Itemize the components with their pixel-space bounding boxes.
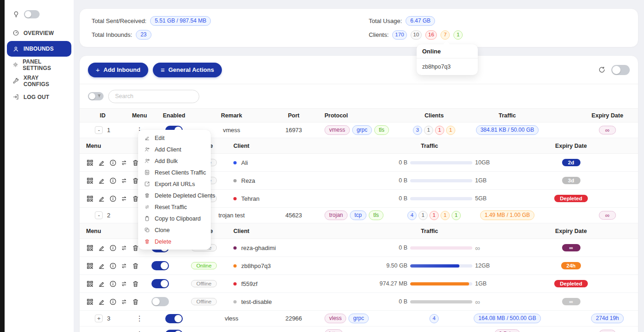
- reset-traffic-icon[interactable]: [120, 262, 128, 270]
- collapse-row-button[interactable]: -: [95, 211, 103, 219]
- online-status-badge: Offline: [191, 298, 216, 305]
- edit-icon[interactable]: [98, 298, 105, 306]
- inbound-enabled-toggle[interactable]: [165, 330, 183, 332]
- protocol-tags: vmess grpc tls: [319, 125, 411, 135]
- qrcode-icon[interactable]: [86, 298, 94, 306]
- traffic-progress-bar: [410, 282, 472, 285]
- menu-item-add-client[interactable]: Add Client: [138, 144, 211, 155]
- expand-row-button[interactable]: +: [95, 315, 103, 322]
- export-icon: [144, 181, 150, 187]
- edit-icon[interactable]: [98, 262, 105, 270]
- col-header-port: Port: [268, 112, 319, 119]
- client-row-f559zf: Offline f559zf 974.27 MB 1GB Depleted: [80, 275, 638, 293]
- online-client-name[interactable]: zb8hpo7q3: [417, 58, 478, 75]
- sidebar: OVERVIEW INBOUNDS PANEL SETTINGS XRAY CO…: [5, 0, 74, 332]
- clients-online-badge[interactable]: 1: [453, 30, 463, 40]
- inbound-port: 45623: [268, 212, 319, 219]
- user-plus-icon: [144, 146, 150, 152]
- trash-icon[interactable]: [132, 262, 139, 270]
- menu-item-add-bulk[interactable]: Add Bulk: [138, 155, 211, 167]
- add-inbound-button[interactable]: + Add Inbound: [88, 63, 148, 77]
- menu-item-edit[interactable]: Edit: [138, 132, 211, 144]
- refresh-icon[interactable]: [598, 66, 606, 74]
- clients-total-badge[interactable]: 170: [392, 30, 406, 40]
- row-menu-button[interactable]: ⋮: [136, 330, 143, 332]
- clients-depleted-badge[interactable]: 16: [425, 30, 437, 40]
- client-enabled-toggle[interactable]: [151, 261, 169, 270]
- edit-icon[interactable]: [98, 280, 105, 288]
- qrcode-icon[interactable]: [86, 280, 94, 288]
- info-icon[interactable]: [109, 195, 117, 203]
- reset-traffic-icon[interactable]: [120, 195, 128, 203]
- client-enabled-toggle[interactable]: [151, 279, 169, 288]
- client-count-badges: 4 1 1 1 1: [411, 211, 457, 220]
- edit-icon[interactable]: [98, 195, 105, 203]
- clients-deactive-badge[interactable]: 10: [411, 30, 422, 40]
- menu-item-reset-clients-traffic[interactable]: Reset Clients Traffic: [138, 167, 211, 178]
- client-expiry-badge: 3d: [562, 177, 580, 184]
- row-menu-button[interactable]: ⋮: [136, 314, 143, 323]
- sidebar-item-inbounds[interactable]: INBOUNDS: [7, 41, 71, 57]
- funnel-icon: [97, 93, 102, 99]
- qrcode-icon[interactable]: [86, 262, 94, 270]
- edit-icon[interactable]: [98, 159, 105, 167]
- qrcode-icon[interactable]: [86, 177, 94, 185]
- client-row-zb8hpo7q3: Online zb8hpo7q3 9.50 GB 12GB 24h: [80, 257, 638, 275]
- reset-traffic-icon[interactable]: [120, 280, 128, 288]
- qrcode-icon[interactable]: [86, 195, 94, 203]
- info-icon[interactable]: [109, 280, 117, 288]
- edit-icon[interactable]: [98, 244, 105, 252]
- sent-received-label: Total Sent/Received:: [92, 17, 146, 24]
- client-expiry-badge: ∞: [562, 244, 580, 251]
- document-reset-icon: [144, 169, 150, 175]
- qrcode-icon[interactable]: [86, 244, 94, 252]
- reset-traffic-icon[interactable]: [120, 159, 128, 167]
- menu-item-clone[interactable]: Clone: [138, 224, 211, 236]
- info-icon[interactable]: [109, 177, 117, 185]
- edit-icon[interactable]: [98, 177, 105, 185]
- info-icon[interactable]: [109, 244, 117, 252]
- client-expiry-badge: 24h: [561, 262, 581, 269]
- filter-toggle[interactable]: [88, 92, 104, 100]
- sidebar-item-panel-settings[interactable]: PANEL SETTINGS: [5, 57, 74, 73]
- client-actions: [80, 195, 139, 203]
- trash-icon[interactable]: [132, 280, 139, 288]
- dark-mode-toggle[interactable]: [24, 10, 40, 18]
- col-header-clients: Clients: [411, 112, 457, 119]
- menu-item-copy-to-clipboard[interactable]: Copy to Clipboard: [138, 213, 211, 224]
- menu-item-reset-traffic[interactable]: Reset Traffic: [138, 201, 211, 213]
- col-header-protocol: Protocol: [319, 112, 411, 119]
- info-icon[interactable]: [109, 262, 117, 270]
- client-traffic: 0 B 10GB: [333, 159, 526, 166]
- sidebar-item-overview[interactable]: OVERVIEW: [5, 25, 74, 41]
- client-traffic: 0 B ∞: [333, 298, 526, 306]
- total-inbounds-label: Total Inbounds:: [92, 31, 132, 38]
- online-status-badge: Offline: [191, 280, 216, 287]
- sidebar-item-label: LOG OUT: [23, 94, 49, 100]
- sidebar-item-xray-configs[interactable]: XRAY CONFIGS: [5, 73, 74, 89]
- search-input[interactable]: [108, 90, 199, 103]
- trash-icon[interactable]: [132, 298, 139, 306]
- window-edge: [0, 0, 5, 332]
- menu-item-export-all-urls[interactable]: Export All URLs: [138, 178, 211, 190]
- collapse-row-button[interactable]: -: [95, 126, 103, 134]
- menu-item-delete-depleted-clients[interactable]: Delete Depleted Clients: [138, 190, 211, 201]
- edit-icon: [144, 135, 150, 141]
- auto-refresh-toggle[interactable]: [611, 65, 630, 75]
- client-color-dot: [233, 300, 237, 303]
- general-actions-button[interactable]: ≡ General Actions: [153, 63, 222, 77]
- info-icon[interactable]: [109, 159, 117, 167]
- client-enabled-toggle[interactable]: [151, 297, 169, 306]
- qrcode-icon[interactable]: [86, 159, 94, 167]
- info-icon[interactable]: [109, 298, 117, 306]
- client-count-badges: 3 1 1 1: [411, 126, 457, 135]
- sidebar-item-log-out[interactable]: LOG OUT: [5, 89, 74, 105]
- traffic-badge: 164.08 MB / 500.00 GB: [474, 314, 540, 323]
- reset-traffic-icon[interactable]: [120, 298, 128, 306]
- menu-item-delete[interactable]: Delete: [138, 236, 211, 247]
- reset-traffic-icon[interactable]: [120, 244, 128, 252]
- clients-expiring-badge[interactable]: 7: [441, 30, 450, 40]
- inbound-enabled-toggle[interactable]: [165, 314, 183, 323]
- traffic-progress-bar: [410, 161, 472, 164]
- reset-traffic-icon[interactable]: [120, 177, 128, 185]
